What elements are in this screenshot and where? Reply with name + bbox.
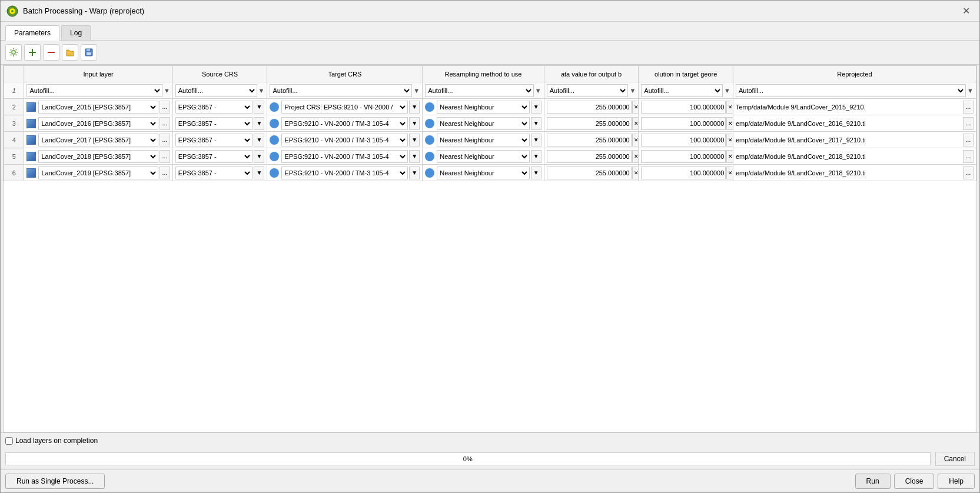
open-button[interactable] xyxy=(62,44,78,61)
reprojected-browse-btn[interactable]: ... xyxy=(963,166,974,179)
tab-log[interactable]: Log xyxy=(61,25,91,40)
table-container[interactable]: Input layer Source CRS Target CRS Resamp… xyxy=(3,65,977,432)
target-crs-select[interactable]: EPSG:9210 - VN-2000 / TM-3 105-4 xyxy=(281,117,408,130)
autofill-target-crs[interactable]: Autofill... ▼ xyxy=(267,82,423,99)
resolution-cell[interactable]: ✕ ▲ ▼ xyxy=(639,99,733,115)
input-layer-cell[interactable]: LandCover_2018 [EPSG:3857] ... xyxy=(24,148,172,165)
resolution-clear-btn[interactable]: ✕ xyxy=(726,134,733,146)
nodata-clear-btn[interactable]: ✕ xyxy=(632,101,639,114)
resolution-input[interactable] xyxy=(641,166,726,179)
resampling-select[interactable]: Nearest Neighbour xyxy=(437,166,530,179)
input-layer-select[interactable]: LandCover_2015 [EPSG:3857] xyxy=(38,101,158,114)
resolution-input[interactable] xyxy=(641,134,726,146)
reprojected-cell[interactable]: emp/data/Module 9/LandCover_2017_9210.ti… xyxy=(733,132,976,148)
run-single-process-button[interactable]: Run as Single Process... xyxy=(5,474,105,489)
input-layer-select[interactable]: LandCover_2019 [EPSG:3857] xyxy=(38,166,158,179)
source-crs-btn[interactable]: ▼ xyxy=(254,134,264,146)
resolution-clear-btn[interactable]: ✕ xyxy=(726,150,733,163)
autofill-resampling-select[interactable]: Autofill... xyxy=(425,84,534,97)
nodata-cell[interactable]: ✕ ▲ ▼ xyxy=(544,115,639,132)
nodata-input[interactable] xyxy=(547,134,632,146)
resolution-clear-btn[interactable]: ✕ xyxy=(726,166,733,179)
resampling-dropdown-btn[interactable]: ▼ xyxy=(531,101,542,114)
target-crs-cell[interactable]: EPSG:9210 - VN-2000 / TM-3 105-4 ▼ xyxy=(267,148,423,165)
nodata-cell[interactable]: ✕ ▲ ▼ xyxy=(544,165,639,181)
reprojected-browse-btn[interactable]: ... xyxy=(963,150,974,163)
save-button[interactable] xyxy=(81,44,97,61)
input-layer-select[interactable]: LandCover_2017 [EPSG:3857] xyxy=(38,134,158,146)
remove-row-button[interactable] xyxy=(43,44,59,61)
target-crs-btn[interactable]: ▼ xyxy=(409,166,420,179)
reprojected-cell[interactable]: emp/data/Module 9/LandCover_2018_9210.ti… xyxy=(733,148,976,165)
autofill-reprojected[interactable]: Autofill... ▼ xyxy=(733,82,976,99)
resolution-cell[interactable]: ✕ ▲ ▼ xyxy=(639,132,733,148)
input-layer-browse[interactable]: ... xyxy=(160,117,170,130)
resolution-input[interactable] xyxy=(641,150,726,163)
target-crs-select[interactable]: Project CRS: EPSG:9210 - VN-2000 / xyxy=(281,101,408,114)
source-crs-select[interactable]: EPSG:3857 - xyxy=(175,117,253,130)
resampling-select[interactable]: Nearest Neighbour xyxy=(437,134,530,146)
input-layer-cell[interactable]: LandCover_2017 [EPSG:3857] ... xyxy=(24,132,172,148)
autofill-input-layer[interactable]: Autofill... ▼ xyxy=(24,82,172,99)
resampling-cell[interactable]: Nearest Neighbour ▼ xyxy=(423,132,544,148)
input-layer-cell[interactable]: LandCover_2015 [EPSG:3857] ... xyxy=(24,99,172,115)
input-layer-browse[interactable]: ... xyxy=(160,134,170,146)
resampling-cell[interactable]: Nearest Neighbour ▼ xyxy=(423,115,544,132)
resampling-cell[interactable]: Nearest Neighbour ▼ xyxy=(423,165,544,181)
autofill-resolution-select[interactable]: Autofill... xyxy=(641,84,723,97)
close-window-button[interactable]: ✕ xyxy=(959,4,974,18)
source-crs-cell[interactable]: EPSG:3857 - ▼ xyxy=(172,165,267,181)
autofill-source-crs[interactable]: Autofill... ▼ xyxy=(172,82,267,99)
nodata-clear-btn[interactable]: ✕ xyxy=(632,117,639,130)
target-crs-select[interactable]: EPSG:9210 - VN-2000 / TM-3 105-4 xyxy=(281,166,408,179)
target-crs-btn[interactable]: ▼ xyxy=(409,101,420,114)
target-crs-btn[interactable]: ▼ xyxy=(409,150,420,163)
resampling-dropdown-btn[interactable]: ▼ xyxy=(531,166,542,179)
autofill-nodata[interactable]: Autofill... ▼ xyxy=(544,82,639,99)
source-crs-select[interactable]: EPSG:3857 - xyxy=(175,166,253,179)
resolution-cell[interactable]: ✕ ▲ ▼ xyxy=(639,165,733,181)
reprojected-cell[interactable]: emp/data/Module 9/LandCover_2016_9210.ti… xyxy=(733,115,976,132)
source-crs-select[interactable]: EPSG:3857 - xyxy=(175,101,253,114)
cancel-button[interactable]: Cancel xyxy=(935,452,975,466)
source-crs-cell[interactable]: EPSG:3857 - ▼ xyxy=(172,132,267,148)
resolution-cell[interactable]: ✕ ▲ ▼ xyxy=(639,148,733,165)
close-button[interactable]: Close xyxy=(894,474,935,489)
autofill-source-select[interactable]: Autofill... xyxy=(175,84,257,97)
resolution-cell[interactable]: ✕ ▲ ▼ xyxy=(639,115,733,132)
tab-parameters[interactable]: Parameters xyxy=(5,25,59,41)
settings-button[interactable] xyxy=(5,44,22,61)
resolution-input[interactable] xyxy=(641,117,726,130)
run-button[interactable]: Run xyxy=(855,474,891,489)
reprojected-cell[interactable]: emp/data/Module 9/LandCover_2018_9210.ti… xyxy=(733,165,976,181)
load-layers-checkbox[interactable] xyxy=(5,437,13,445)
resampling-dropdown-btn[interactable]: ▼ xyxy=(531,134,542,146)
nodata-input[interactable] xyxy=(547,101,632,114)
target-crs-cell[interactable]: Project CRS: EPSG:9210 - VN-2000 / ▼ xyxy=(267,99,423,115)
nodata-cell[interactable]: ✕ ▲ ▼ xyxy=(544,99,639,115)
nodata-input[interactable] xyxy=(547,166,632,179)
reprojected-browse-btn[interactable]: ... xyxy=(963,134,974,146)
input-layer-browse[interactable]: ... xyxy=(160,101,170,114)
resampling-cell[interactable]: Nearest Neighbour ▼ xyxy=(423,148,544,165)
source-crs-cell[interactable]: EPSG:3857 - ▼ xyxy=(172,115,267,132)
source-crs-btn[interactable]: ▼ xyxy=(254,166,264,179)
source-crs-select[interactable]: EPSG:3857 - xyxy=(175,150,253,163)
target-crs-select[interactable]: EPSG:9210 - VN-2000 / TM-3 105-4 xyxy=(281,150,408,163)
input-layer-cell[interactable]: LandCover_2019 [EPSG:3857] ... xyxy=(24,165,172,181)
autofill-reprojected-select[interactable]: Autofill... xyxy=(736,84,966,97)
target-crs-cell[interactable]: EPSG:9210 - VN-2000 / TM-3 105-4 ▼ xyxy=(267,115,423,132)
nodata-clear-btn[interactable]: ✕ xyxy=(632,134,639,146)
target-crs-cell[interactable]: EPSG:9210 - VN-2000 / TM-3 105-4 ▼ xyxy=(267,132,423,148)
target-crs-select[interactable]: EPSG:9210 - VN-2000 / TM-3 105-4 xyxy=(281,134,408,146)
nodata-input[interactable] xyxy=(547,117,632,130)
resampling-dropdown-btn[interactable]: ▼ xyxy=(531,117,542,130)
resampling-select[interactable]: Nearest Neighbour xyxy=(437,101,530,114)
source-crs-btn[interactable]: ▼ xyxy=(254,117,264,130)
resampling-select[interactable]: Nearest Neighbour xyxy=(437,117,530,130)
reprojected-browse-btn[interactable]: ... xyxy=(963,117,974,130)
reprojected-cell[interactable]: Temp/data/Module 9/LandCover_2015_9210. … xyxy=(733,99,976,115)
source-crs-btn[interactable]: ▼ xyxy=(254,101,264,114)
add-row-button[interactable] xyxy=(24,44,41,61)
input-layer-browse[interactable]: ... xyxy=(160,150,170,163)
